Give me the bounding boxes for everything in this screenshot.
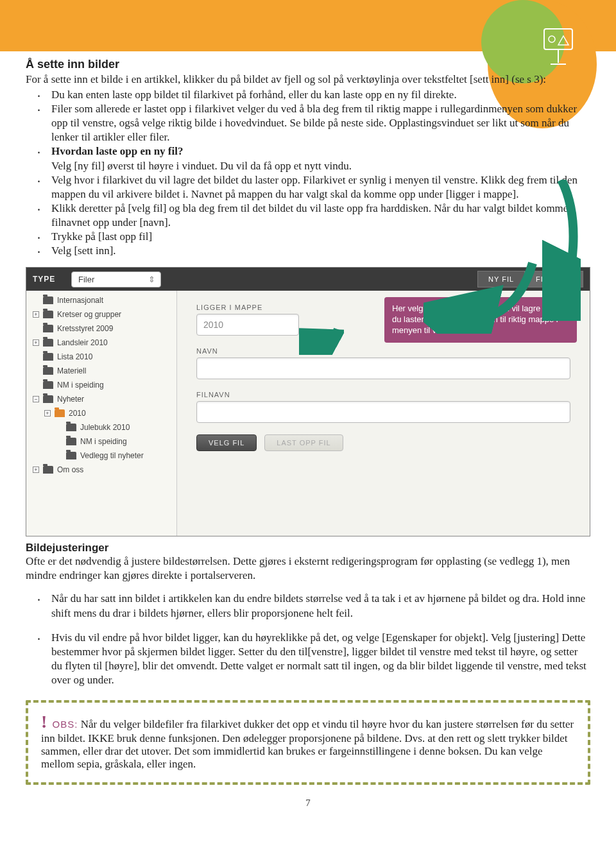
tree-item-label: 2010 [69, 409, 86, 418]
tree-item[interactable]: +Landsleir 2010 [26, 336, 176, 350]
folder-icon [43, 296, 53, 304]
page-number: 7 [26, 798, 590, 809]
expand-icon[interactable]: + [33, 467, 39, 473]
tree-item-label: Landsleir 2010 [57, 338, 108, 347]
tree-item-label: Nyheter [57, 395, 84, 404]
tree-item-label: Kretser og grupper [57, 310, 121, 319]
folder-icon [43, 325, 53, 332]
folder-tree[interactable]: Internasjonalt+Kretser og grupperKretsst… [26, 291, 177, 536]
folder-icon [43, 339, 53, 347]
filnavn-input[interactable] [196, 401, 570, 423]
type-dropdown[interactable]: Filer ⇕ [71, 271, 161, 287]
collapse-icon[interactable]: − [33, 396, 39, 402]
svg-point-1 [549, 36, 555, 42]
tree-item[interactable]: NM i speiding [26, 434, 176, 449]
folder-icon [43, 367, 53, 375]
navn-input[interactable] [196, 357, 570, 379]
subsection-heading: Bildejusteringer [26, 542, 590, 554]
tree-item-label: NM i speiding [80, 437, 127, 446]
list-item: Du kan enten laste opp bildet til filark… [26, 88, 590, 102]
subsection-intro: Ofte er det nødvendig å justere bildestø… [26, 554, 590, 583]
list-item: Velg hvor i filarkivet du vil lagre det … [26, 173, 590, 202]
folder-icon [66, 424, 76, 431]
folder-icon [66, 452, 76, 459]
tree-item[interactable]: Vedlegg til nyheter [26, 449, 176, 463]
obs-text: Når du velger bildefiler fra filarkivet … [41, 718, 574, 770]
velg-fil-button[interactable]: VELG FIL [196, 434, 257, 451]
arrow-left-icon [299, 323, 344, 355]
tree-item[interactable]: Julebukk 2010 [26, 420, 176, 434]
arrow-down-icon [542, 180, 581, 321]
section-heading: Å sette inn bilder [26, 58, 590, 71]
tree-item-label: Lista 2010 [57, 352, 92, 361]
tree-item-label: Julebukk 2010 [80, 423, 130, 432]
list-item: Trykke på [last opp fil] [26, 230, 590, 244]
folder-icon [43, 466, 53, 474]
chevron-updown-icon: ⇕ [148, 275, 155, 284]
folder-icon [43, 353, 53, 361]
list-item: Hvis du vil endre på hvor bildet ligger,… [26, 631, 590, 687]
tree-item-label: Vedlegg til nyheter [80, 451, 144, 460]
tree-item[interactable]: +Om oss [26, 463, 176, 477]
instruction-list: Du kan enten laste opp bildet til filark… [26, 88, 590, 258]
tree-item[interactable]: Internasjonalt [26, 293, 176, 307]
folder-icon [43, 381, 53, 389]
tree-item[interactable]: NM i speiding [26, 378, 176, 392]
list-item: Når du har satt inn bildet i artikkelen … [26, 592, 590, 620]
obs-label: OBS: [53, 719, 78, 730]
list-item: Velg [ny fil] øverst til høyre i vinduet… [26, 159, 590, 173]
ligger-i-mappe-input[interactable] [196, 314, 299, 336]
folder-icon [43, 395, 53, 403]
arrow-curve-icon [424, 257, 539, 334]
list-item: Klikk deretter på [velg fil] og bla deg … [26, 202, 590, 230]
list-item-question: Hvordan laste opp en ny fil? [26, 144, 590, 159]
last-opp-fil-button[interactable]: LAST OPP FIL [264, 434, 343, 451]
expand-icon[interactable]: + [33, 339, 39, 346]
tree-item-label: Kretsstyret 2009 [57, 324, 113, 333]
list-item: Velg [sett inn]. [26, 244, 590, 258]
navn-label: NAVN [196, 347, 570, 355]
tree-item-label: Internasjonalt [57, 296, 103, 305]
billboard-icon [539, 26, 578, 71]
list-item: Filer som allerede er lastet opp i filar… [26, 102, 590, 144]
folder-icon [43, 311, 53, 318]
intro-paragraph: For å sette inn et bilde i en artikkel, … [26, 73, 590, 87]
folder-icon [55, 409, 65, 417]
expand-icon[interactable]: + [44, 410, 51, 416]
obs-exclaim-icon: ! [41, 712, 47, 732]
expand-icon[interactable]: + [33, 311, 39, 318]
tree-item-label: Materiell [57, 366, 86, 375]
adjust-list: Når du har satt inn bildet i artikkelen … [26, 592, 590, 687]
type-dropdown-value: Filer [78, 275, 94, 284]
tree-item[interactable]: +Kretser og grupper [26, 307, 176, 322]
type-label: TYPE [33, 275, 65, 284]
tree-item-label: Om oss [57, 465, 83, 474]
tree-item[interactable]: Kretsstyret 2009 [26, 322, 176, 336]
tree-item[interactable]: Materiell [26, 364, 176, 378]
tree-item[interactable]: −Nyheter [26, 392, 176, 406]
tree-item-label: NM i speiding [57, 381, 104, 390]
folder-icon [66, 438, 76, 445]
tree-item[interactable]: +2010 [26, 406, 176, 420]
filnavn-label: FILNAVN [196, 391, 570, 399]
obs-box: ! OBS: Når du velger bildefiler fra fila… [26, 700, 590, 785]
tree-item[interactable]: Lista 2010 [26, 350, 176, 364]
